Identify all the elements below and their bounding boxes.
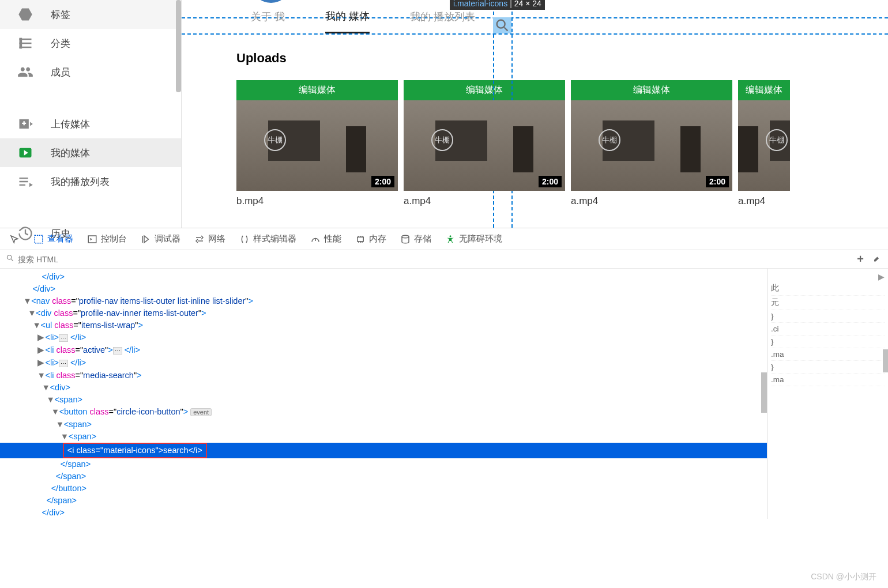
media-card[interactable]: 编辑媒体 牛棚2:00 a.mp4	[571, 80, 732, 207]
media-card[interactable]: 编辑媒体 牛棚 a.mp4	[738, 80, 790, 207]
sidebar-item-tags[interactable]: 标签	[0, 0, 181, 29]
tab-about[interactable]: 关于 我	[251, 1, 285, 32]
edit-media-button[interactable]: 编辑媒体	[404, 80, 565, 100]
duration: 2:00	[371, 176, 394, 187]
tab-label: 样式编辑器	[253, 233, 296, 244]
add-node-button[interactable]: +	[857, 252, 864, 266]
search-icon	[493, 17, 511, 33]
tab-label: 网络	[208, 233, 225, 244]
thumb-badge: 牛棚	[264, 129, 286, 151]
thumbnail[interactable]: 牛棚2:00	[571, 100, 732, 191]
tab-accessibility[interactable]: 无障碍环境	[439, 230, 508, 248]
thumbs-row: 编辑媒体 牛棚2:00 b.mp4 编辑媒体 牛棚2:00 a.mp4 编辑媒体…	[236, 80, 833, 207]
thumb-badge: 牛棚	[431, 129, 453, 151]
sidebar-item-my-media[interactable]: 我的媒体	[0, 138, 181, 167]
svg-line-4	[505, 28, 508, 31]
sidebar-item-history[interactable]: 历史	[0, 219, 181, 248]
tab-label: 内存	[369, 233, 386, 244]
tab-memory[interactable]: 内存	[349, 230, 392, 248]
tab-performance[interactable]: 性能	[304, 230, 347, 248]
uploads-section: Uploads 编辑媒体 牛棚2:00 b.mp4 编辑媒体 牛棚2:00 a.…	[182, 33, 888, 207]
edit-media-button[interactable]: 编辑媒体	[571, 80, 732, 100]
file-name: b.mp4	[236, 191, 398, 207]
tab-style[interactable]: 样式编辑器	[234, 230, 302, 248]
svg-line-12	[11, 259, 13, 261]
performance-icon	[310, 234, 321, 244]
sidebar-item-upload[interactable]: 上传媒体	[0, 110, 181, 138]
style-row: 元	[771, 296, 885, 310]
svg-rect-8	[358, 237, 364, 242]
svg-point-9	[402, 235, 409, 238]
media-card[interactable]: 编辑媒体 牛棚2:00 b.mp4	[236, 80, 398, 207]
eyedropper-button[interactable]	[872, 252, 881, 266]
dom-tree[interactable]: </div> </div> ▼<nav class="profile-nav i…	[0, 269, 767, 519]
network-icon	[194, 234, 205, 244]
scrollbar[interactable]	[176, 0, 181, 92]
style-icon	[239, 234, 250, 244]
style-row: .ci	[771, 323, 885, 336]
thumb-badge: 牛棚	[599, 129, 620, 151]
file-name: a.mp4	[738, 191, 790, 207]
history-icon	[17, 225, 33, 242]
devtools: 查看器 控制台 调试器 网络 样式编辑器 性能 内存 存储 无障碍环境 + </…	[0, 228, 888, 519]
sidebar: 标签 分类 成员 上传媒体 我的媒体 我的播放列表 历史	[0, 0, 182, 228]
play-icon	[17, 145, 33, 161]
style-row: .ma	[771, 374, 885, 386]
sidebar-item-label: 成员	[51, 66, 70, 79]
edit-media-button[interactable]: 编辑媒体	[236, 80, 398, 100]
sidebar-item-playlists[interactable]: 我的播放列表	[0, 167, 181, 196]
html-search-bar: +	[0, 250, 888, 269]
playlist-icon	[17, 174, 33, 190]
inspector-tooltip: i.material-icons|24 × 24	[450, 0, 545, 10]
sidebar-item-label: 分类	[51, 37, 70, 50]
edit-media-button[interactable]: 编辑媒体	[738, 80, 790, 100]
sidebar-item-members[interactable]: 成员	[0, 58, 181, 86]
style-row: }	[771, 310, 885, 323]
category-icon	[17, 35, 33, 51]
storage-icon	[400, 234, 411, 244]
sidebar-item-label: 上传媒体	[51, 118, 90, 131]
media-card[interactable]: 编辑媒体 牛棚2:00 a.mp4	[404, 80, 565, 207]
thumbnail[interactable]: 牛棚2:00	[236, 100, 398, 191]
style-row: }	[771, 361, 885, 374]
styles-panel[interactable]: ▶ 此 元 } .ci } .ma } .ma	[767, 269, 888, 519]
tag-icon	[17, 6, 33, 22]
file-name: a.mp4	[404, 191, 565, 207]
sidebar-item-label: 历史	[51, 227, 70, 240]
selected-node[interactable]: <i class="material-icons">search</i>	[0, 443, 767, 458]
tab-my-media[interactable]: 我的 媒体	[325, 1, 370, 33]
app-top: 标签 分类 成员 上传媒体 我的媒体 我的播放列表 历史 i.material-…	[0, 0, 888, 228]
duration: 2:00	[539, 176, 562, 187]
sidebar-item-category[interactable]: 分类	[0, 29, 181, 58]
svg-point-10	[450, 235, 451, 237]
devtools-body: </div> </div> ▼<nav class="profile-nav i…	[0, 269, 888, 519]
tab-network[interactable]: 网络	[189, 230, 231, 248]
style-row: .ma	[771, 348, 885, 361]
style-row: }	[771, 336, 885, 348]
search-icon	[6, 254, 14, 265]
svg-point-3	[497, 20, 505, 28]
duration: 2:00	[706, 176, 729, 187]
svg-rect-0	[20, 38, 22, 49]
file-name: a.mp4	[571, 191, 732, 207]
uploads-title: Uploads	[236, 51, 833, 66]
upload-icon	[17, 116, 33, 132]
scrollbar[interactable]	[761, 372, 767, 413]
thumbnail[interactable]: 牛棚2:00	[404, 100, 565, 191]
html-search-input[interactable]	[18, 255, 882, 264]
style-row: 此	[771, 281, 885, 296]
sidebar-item-label: 标签	[51, 8, 70, 21]
guide-line	[182, 33, 888, 35]
sidebar-item-label: 我的播放列表	[51, 175, 110, 189]
people-icon	[17, 64, 33, 80]
tab-label: 存储	[414, 233, 431, 244]
watermark: CSDN @小小测开	[811, 572, 876, 582]
tab-storage[interactable]: 存储	[394, 230, 437, 248]
content: i.material-icons|24 × 24 关于 我 我的 媒体 我的 播…	[182, 0, 888, 228]
memory-icon	[355, 234, 366, 244]
scrollbar[interactable]	[883, 349, 888, 372]
thumbnail[interactable]: 牛棚	[738, 100, 790, 191]
search-button-highlight[interactable]	[493, 17, 511, 33]
tab-label: 性能	[324, 233, 341, 244]
tab-label: 无障碍环境	[459, 233, 502, 244]
